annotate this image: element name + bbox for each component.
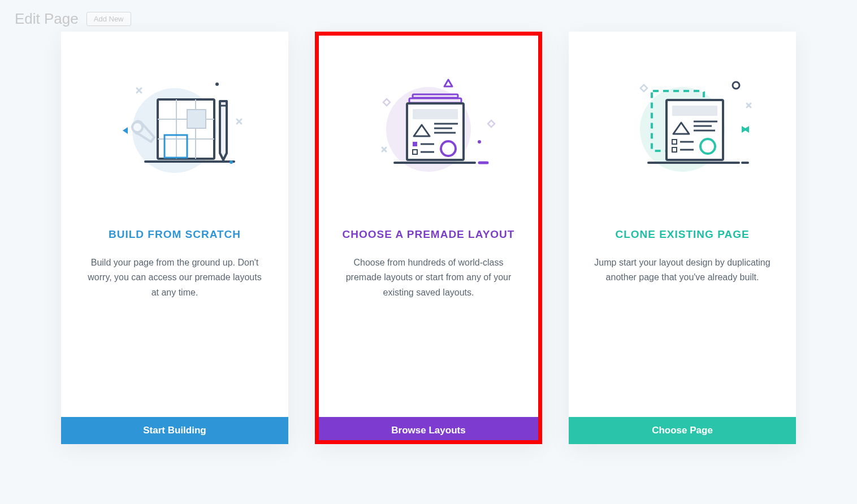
browse-layouts-button[interactable]: Browse Layouts — [315, 417, 542, 444]
clone-illustration — [569, 32, 796, 218]
svg-point-1 — [132, 122, 142, 132]
choose-page-button[interactable]: Choose Page — [569, 417, 796, 444]
page-title: Edit Page — [15, 10, 79, 28]
svg-point-12 — [230, 160, 233, 164]
premade-layout-card: CHOOSE A PREMADE LAYOUT Choose from hund… — [315, 32, 542, 444]
start-building-button[interactable]: Start Building — [61, 417, 288, 444]
scratch-card-title: BUILD FROM SCRATCH — [84, 228, 266, 241]
svg-point-44 — [733, 82, 739, 89]
svg-rect-2 — [158, 99, 214, 159]
svg-point-29 — [478, 140, 481, 144]
add-new-button[interactable]: Add New — [86, 12, 131, 26]
clone-card-title: CLONE EXISTING PAGE — [591, 228, 773, 241]
premade-card-description: Choose from hundreds of world-class prem… — [337, 255, 520, 300]
svg-point-11 — [215, 82, 219, 86]
clone-card-description: Jump start your layout design by duplica… — [591, 255, 773, 285]
premade-card-content: CHOOSE A PREMADE LAYOUT Choose from hund… — [315, 218, 542, 417]
svg-rect-17 — [413, 109, 458, 119]
build-from-scratch-card: BUILD FROM SCRATCH Build your page from … — [61, 32, 288, 444]
option-cards-row: BUILD FROM SCRATCH Build your page from … — [0, 0, 857, 444]
svg-rect-21 — [413, 142, 417, 146]
scratch-card-description: Build your page from the ground up. Don'… — [84, 255, 266, 300]
scratch-card-content: BUILD FROM SCRATCH Build your page from … — [61, 218, 288, 417]
scratch-illustration — [61, 32, 288, 218]
premade-illustration — [315, 32, 542, 218]
svg-rect-33 — [672, 106, 717, 116]
page-header-bar: Edit Page Add New — [15, 10, 131, 28]
clone-card-content: CLONE EXISTING PAGE Jump start your layo… — [569, 218, 796, 417]
clone-page-card: CLONE EXISTING PAGE Jump start your layo… — [569, 32, 796, 444]
premade-card-title: CHOOSE A PREMADE LAYOUT — [337, 228, 520, 241]
svg-rect-7 — [187, 110, 206, 128]
